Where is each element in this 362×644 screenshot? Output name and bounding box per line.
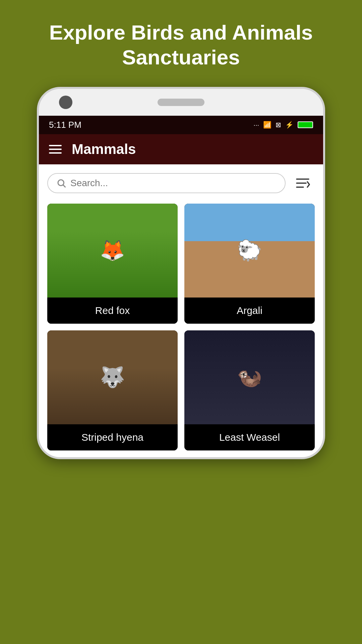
bolt-icon: ⚡ bbox=[285, 121, 294, 129]
sim-icon: ⊠ bbox=[276, 121, 281, 129]
dots-icon: ··· bbox=[253, 121, 259, 129]
animal-image: 🦦 bbox=[184, 330, 315, 424]
search-bar-row bbox=[47, 171, 315, 195]
animal-name-label: Least Weasel bbox=[184, 424, 315, 450]
animal-card[interactable]: 🦦Least Weasel bbox=[184, 330, 315, 450]
page-title: Explore Birds and Animals Sanctuaries bbox=[0, 0, 362, 87]
search-icon bbox=[56, 178, 66, 189]
animal-image: 🐺 bbox=[47, 330, 178, 424]
battery-icon bbox=[298, 121, 313, 128]
status-time: 5:11 PM bbox=[49, 120, 81, 130]
camera-dot bbox=[59, 96, 72, 109]
sort-button[interactable] bbox=[291, 171, 315, 195]
app-content: 🦊Red fox🐑Argali🐺Striped hyena🦦Least Weas… bbox=[39, 164, 323, 457]
animal-card[interactable]: 🦊Red fox bbox=[47, 204, 178, 324]
animal-card[interactable]: 🐺Striped hyena bbox=[47, 330, 178, 450]
app-header: Mammals bbox=[39, 134, 323, 164]
animal-image: 🐑 bbox=[184, 204, 315, 298]
svg-point-0 bbox=[58, 180, 64, 185]
animal-grid: 🦊Red fox🐑Argali🐺Striped hyena🦦Least Weas… bbox=[47, 204, 315, 450]
wifi-icon: 📶 bbox=[263, 121, 272, 129]
svg-line-1 bbox=[63, 185, 66, 187]
animal-image: 🦊 bbox=[47, 204, 178, 298]
animal-name-label: Argali bbox=[184, 298, 315, 324]
animal-name-label: Striped hyena bbox=[47, 424, 178, 450]
search-wrapper[interactable] bbox=[47, 173, 286, 193]
search-input[interactable] bbox=[70, 178, 277, 189]
animal-card[interactable]: 🐑Argali bbox=[184, 204, 315, 324]
hamburger-menu-button[interactable] bbox=[49, 145, 62, 154]
phone-frame: 5:11 PM ··· 📶 ⊠ ⚡ Mammals bbox=[37, 87, 325, 459]
status-icons: ··· 📶 ⊠ ⚡ bbox=[253, 121, 313, 129]
speaker-bar bbox=[158, 99, 204, 106]
animal-name-label: Red fox bbox=[47, 298, 178, 324]
phone-top-bar bbox=[39, 89, 323, 116]
app-title: Mammals bbox=[72, 141, 136, 157]
status-bar: 5:11 PM ··· 📶 ⊠ ⚡ bbox=[39, 116, 323, 134]
sort-icon bbox=[294, 174, 311, 192]
